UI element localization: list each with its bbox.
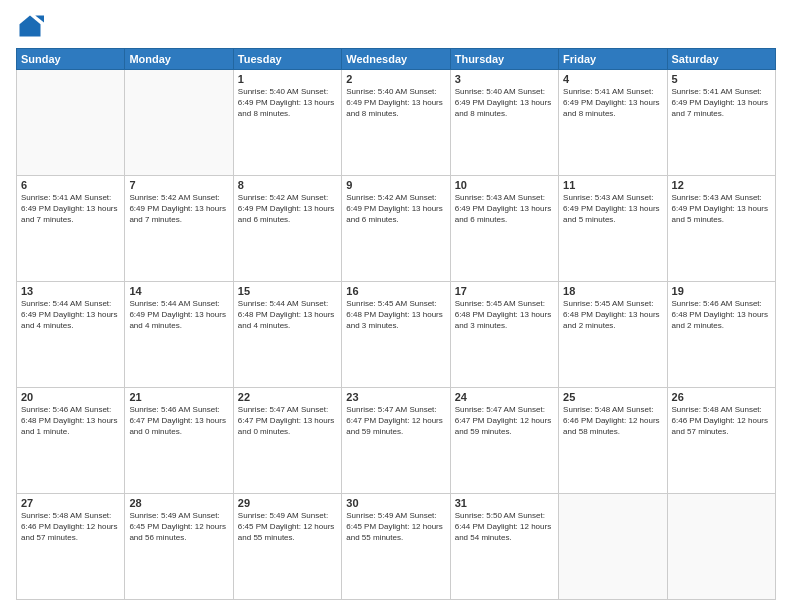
day-number: 14 (129, 285, 228, 297)
calendar-cell: 30Sunrise: 5:49 AM Sunset: 6:45 PM Dayli… (342, 494, 450, 600)
day-number: 4 (563, 73, 662, 85)
day-number: 23 (346, 391, 445, 403)
day-number: 28 (129, 497, 228, 509)
day-detail: Sunrise: 5:48 AM Sunset: 6:46 PM Dayligh… (672, 405, 771, 437)
calendar-cell: 31Sunrise: 5:50 AM Sunset: 6:44 PM Dayli… (450, 494, 558, 600)
calendar-cell: 17Sunrise: 5:45 AM Sunset: 6:48 PM Dayli… (450, 282, 558, 388)
calendar-header-monday: Monday (125, 49, 233, 70)
calendar-cell: 7Sunrise: 5:42 AM Sunset: 6:49 PM Daylig… (125, 176, 233, 282)
calendar-cell (667, 494, 775, 600)
calendar-cell: 15Sunrise: 5:44 AM Sunset: 6:48 PM Dayli… (233, 282, 341, 388)
day-number: 3 (455, 73, 554, 85)
calendar-cell: 4Sunrise: 5:41 AM Sunset: 6:49 PM Daylig… (559, 70, 667, 176)
calendar-cell (559, 494, 667, 600)
day-detail: Sunrise: 5:46 AM Sunset: 6:48 PM Dayligh… (672, 299, 771, 331)
calendar-cell: 6Sunrise: 5:41 AM Sunset: 6:49 PM Daylig… (17, 176, 125, 282)
day-number: 27 (21, 497, 120, 509)
calendar-cell: 10Sunrise: 5:43 AM Sunset: 6:49 PM Dayli… (450, 176, 558, 282)
day-number: 13 (21, 285, 120, 297)
day-detail: Sunrise: 5:49 AM Sunset: 6:45 PM Dayligh… (346, 511, 445, 543)
day-number: 1 (238, 73, 337, 85)
day-detail: Sunrise: 5:46 AM Sunset: 6:47 PM Dayligh… (129, 405, 228, 437)
day-number: 7 (129, 179, 228, 191)
day-number: 6 (21, 179, 120, 191)
day-detail: Sunrise: 5:41 AM Sunset: 6:49 PM Dayligh… (563, 87, 662, 119)
day-detail: Sunrise: 5:43 AM Sunset: 6:49 PM Dayligh… (455, 193, 554, 225)
day-detail: Sunrise: 5:42 AM Sunset: 6:49 PM Dayligh… (129, 193, 228, 225)
day-detail: Sunrise: 5:45 AM Sunset: 6:48 PM Dayligh… (563, 299, 662, 331)
calendar-header-row: SundayMondayTuesdayWednesdayThursdayFrid… (17, 49, 776, 70)
day-number: 29 (238, 497, 337, 509)
day-detail: Sunrise: 5:47 AM Sunset: 6:47 PM Dayligh… (346, 405, 445, 437)
day-detail: Sunrise: 5:43 AM Sunset: 6:49 PM Dayligh… (563, 193, 662, 225)
day-number: 20 (21, 391, 120, 403)
day-number: 22 (238, 391, 337, 403)
calendar-cell: 3Sunrise: 5:40 AM Sunset: 6:49 PM Daylig… (450, 70, 558, 176)
calendar-cell: 19Sunrise: 5:46 AM Sunset: 6:48 PM Dayli… (667, 282, 775, 388)
day-detail: Sunrise: 5:44 AM Sunset: 6:49 PM Dayligh… (129, 299, 228, 331)
day-number: 16 (346, 285, 445, 297)
day-number: 26 (672, 391, 771, 403)
logo-icon (16, 12, 44, 40)
day-number: 11 (563, 179, 662, 191)
day-detail: Sunrise: 5:42 AM Sunset: 6:49 PM Dayligh… (238, 193, 337, 225)
calendar-cell: 23Sunrise: 5:47 AM Sunset: 6:47 PM Dayli… (342, 388, 450, 494)
day-number: 31 (455, 497, 554, 509)
day-number: 25 (563, 391, 662, 403)
day-number: 10 (455, 179, 554, 191)
day-number: 24 (455, 391, 554, 403)
day-detail: Sunrise: 5:50 AM Sunset: 6:44 PM Dayligh… (455, 511, 554, 543)
calendar-header-saturday: Saturday (667, 49, 775, 70)
calendar-cell (125, 70, 233, 176)
calendar-week-row: 20Sunrise: 5:46 AM Sunset: 6:48 PM Dayli… (17, 388, 776, 494)
day-detail: Sunrise: 5:49 AM Sunset: 6:45 PM Dayligh… (129, 511, 228, 543)
calendar-cell: 18Sunrise: 5:45 AM Sunset: 6:48 PM Dayli… (559, 282, 667, 388)
calendar-cell: 16Sunrise: 5:45 AM Sunset: 6:48 PM Dayli… (342, 282, 450, 388)
calendar-cell: 24Sunrise: 5:47 AM Sunset: 6:47 PM Dayli… (450, 388, 558, 494)
calendar-cell: 21Sunrise: 5:46 AM Sunset: 6:47 PM Dayli… (125, 388, 233, 494)
calendar-header-wednesday: Wednesday (342, 49, 450, 70)
day-detail: Sunrise: 5:45 AM Sunset: 6:48 PM Dayligh… (455, 299, 554, 331)
calendar-cell: 28Sunrise: 5:49 AM Sunset: 6:45 PM Dayli… (125, 494, 233, 600)
day-detail: Sunrise: 5:47 AM Sunset: 6:47 PM Dayligh… (238, 405, 337, 437)
day-detail: Sunrise: 5:42 AM Sunset: 6:49 PM Dayligh… (346, 193, 445, 225)
day-number: 18 (563, 285, 662, 297)
calendar-table: SundayMondayTuesdayWednesdayThursdayFrid… (16, 48, 776, 600)
day-number: 30 (346, 497, 445, 509)
day-number: 12 (672, 179, 771, 191)
day-number: 9 (346, 179, 445, 191)
day-number: 15 (238, 285, 337, 297)
day-number: 17 (455, 285, 554, 297)
day-number: 5 (672, 73, 771, 85)
day-detail: Sunrise: 5:44 AM Sunset: 6:48 PM Dayligh… (238, 299, 337, 331)
page: SundayMondayTuesdayWednesdayThursdayFrid… (0, 0, 792, 612)
day-detail: Sunrise: 5:41 AM Sunset: 6:49 PM Dayligh… (21, 193, 120, 225)
day-detail: Sunrise: 5:40 AM Sunset: 6:49 PM Dayligh… (238, 87, 337, 119)
svg-marker-0 (20, 16, 41, 37)
calendar-cell: 9Sunrise: 5:42 AM Sunset: 6:49 PM Daylig… (342, 176, 450, 282)
day-detail: Sunrise: 5:48 AM Sunset: 6:46 PM Dayligh… (21, 511, 120, 543)
calendar-cell: 29Sunrise: 5:49 AM Sunset: 6:45 PM Dayli… (233, 494, 341, 600)
header (16, 12, 776, 40)
calendar-week-row: 1Sunrise: 5:40 AM Sunset: 6:49 PM Daylig… (17, 70, 776, 176)
day-detail: Sunrise: 5:40 AM Sunset: 6:49 PM Dayligh… (455, 87, 554, 119)
calendar-week-row: 13Sunrise: 5:44 AM Sunset: 6:49 PM Dayli… (17, 282, 776, 388)
calendar-cell: 20Sunrise: 5:46 AM Sunset: 6:48 PM Dayli… (17, 388, 125, 494)
day-detail: Sunrise: 5:47 AM Sunset: 6:47 PM Dayligh… (455, 405, 554, 437)
day-detail: Sunrise: 5:40 AM Sunset: 6:49 PM Dayligh… (346, 87, 445, 119)
calendar-cell: 12Sunrise: 5:43 AM Sunset: 6:49 PM Dayli… (667, 176, 775, 282)
calendar-cell: 14Sunrise: 5:44 AM Sunset: 6:49 PM Dayli… (125, 282, 233, 388)
calendar-cell (17, 70, 125, 176)
calendar-cell: 8Sunrise: 5:42 AM Sunset: 6:49 PM Daylig… (233, 176, 341, 282)
logo (16, 12, 48, 40)
calendar-cell: 26Sunrise: 5:48 AM Sunset: 6:46 PM Dayli… (667, 388, 775, 494)
calendar-cell: 2Sunrise: 5:40 AM Sunset: 6:49 PM Daylig… (342, 70, 450, 176)
day-detail: Sunrise: 5:46 AM Sunset: 6:48 PM Dayligh… (21, 405, 120, 437)
day-number: 2 (346, 73, 445, 85)
calendar-header-friday: Friday (559, 49, 667, 70)
day-detail: Sunrise: 5:43 AM Sunset: 6:49 PM Dayligh… (672, 193, 771, 225)
calendar-week-row: 6Sunrise: 5:41 AM Sunset: 6:49 PM Daylig… (17, 176, 776, 282)
day-detail: Sunrise: 5:49 AM Sunset: 6:45 PM Dayligh… (238, 511, 337, 543)
calendar-cell: 1Sunrise: 5:40 AM Sunset: 6:49 PM Daylig… (233, 70, 341, 176)
calendar-cell: 27Sunrise: 5:48 AM Sunset: 6:46 PM Dayli… (17, 494, 125, 600)
